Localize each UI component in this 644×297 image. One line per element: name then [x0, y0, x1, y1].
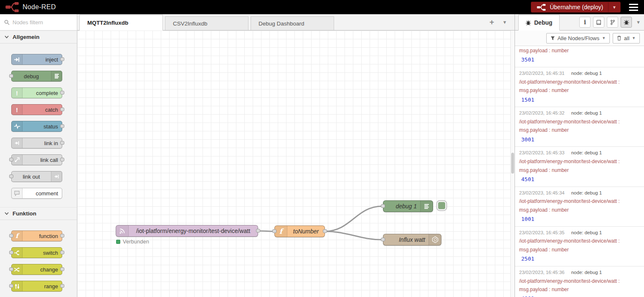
- node-port[interactable]: [60, 251, 64, 254]
- tab-label: Debug: [534, 19, 553, 26]
- palette-category-allgemein[interactable]: Allgemein: [0, 31, 77, 44]
- message-value[interactable]: 3501: [519, 56, 640, 63]
- node-port[interactable]: [60, 158, 64, 161]
- debug-filter-button[interactable]: Alle Nodes/Flows ▼: [546, 33, 610, 44]
- node-port[interactable]: [60, 267, 64, 271]
- debug-message[interactable]: 23/02/2023, 16:45:34 node: debug 1 /iot-…: [515, 187, 644, 227]
- node-port[interactable]: [9, 234, 13, 238]
- config-nodes-tab-button[interactable]: [607, 17, 618, 28]
- debug-message[interactable]: 23/02/2023, 16:45:32 node: debug 1 /iot-…: [515, 107, 644, 147]
- node-input-port[interactable]: [381, 204, 385, 208]
- message-value[interactable]: 2501: [519, 256, 640, 262]
- node-port[interactable]: [60, 57, 64, 61]
- flow-list-caret[interactable]: ▼: [502, 20, 507, 25]
- info-tab-button[interactable]: i: [579, 17, 591, 28]
- flow-node-label: Influx watt: [383, 236, 428, 243]
- message-timestamp: 23/02/2023, 16:45:31: [519, 71, 565, 77]
- debug-message-list[interactable]: msg.payload : number 3501 23/02/2023, 16…: [515, 46, 644, 297]
- message-topic: /iot-platform/energy-monitor/test-device…: [519, 238, 640, 244]
- tab-debug[interactable]: Debug: [518, 15, 560, 31]
- node-port[interactable]: [9, 251, 13, 254]
- palette-node-range[interactable]: range: [11, 281, 62, 292]
- node-port[interactable]: [60, 124, 64, 128]
- debug-message[interactable]: 23/02/2023, 16:45:36 node: debug 1 /iot-…: [515, 266, 644, 297]
- palette-node-complete[interactable]: ! complete: [11, 87, 62, 98]
- message-value[interactable]: 1001: [519, 216, 640, 223]
- node-input-port[interactable]: [272, 229, 276, 233]
- debug-list-icon: [420, 201, 433, 212]
- node-input-port[interactable]: [381, 238, 385, 241]
- flow-node-debug1[interactable]: debug 1: [383, 200, 433, 212]
- palette-node-label: catch: [23, 107, 62, 113]
- palette-node-inject[interactable]: inject: [11, 54, 62, 65]
- palette-node-switch[interactable]: switch: [11, 247, 62, 258]
- node-output-port[interactable]: [323, 229, 327, 233]
- debug-clear-button[interactable]: all ▼: [613, 33, 640, 44]
- message-timestamp: 23/02/2023, 16:45:35: [519, 230, 565, 236]
- node-port[interactable]: [9, 267, 13, 271]
- node-output-port[interactable]: [256, 229, 260, 233]
- palette-search-input[interactable]: [13, 19, 67, 26]
- node-port[interactable]: [9, 158, 13, 161]
- message-topic: /iot-platform/energy-monitor/test-device…: [519, 159, 640, 164]
- debug-message[interactable]: 23/02/2023, 16:45:35 node: debug 1 /iot-…: [515, 227, 644, 266]
- debug-message[interactable]: 23/02/2023, 16:45:31 node: debug 1 /iot-…: [515, 67, 644, 107]
- node-port[interactable]: [60, 91, 64, 95]
- flow-node-tonumber[interactable]: f toNumber: [274, 225, 325, 237]
- palette-node-link-out[interactable]: link out: [11, 171, 62, 182]
- scrollbar-thumb[interactable]: [511, 153, 514, 174]
- debug-message[interactable]: msg.payload : number 3501: [515, 46, 644, 67]
- help-tab-button[interactable]: [593, 17, 604, 28]
- palette-node-label: link out: [12, 174, 51, 180]
- node-port[interactable]: [9, 74, 13, 78]
- palette-node-debug[interactable]: debug: [11, 71, 62, 82]
- palette-node-status[interactable]: status: [11, 121, 62, 132]
- exclamation-icon: !: [12, 105, 23, 115]
- message-node: node: debug 1: [571, 190, 602, 196]
- palette-category-funktion[interactable]: Funktion: [0, 207, 77, 220]
- node-port[interactable]: [9, 284, 13, 288]
- palette-node-comment[interactable]: comment: [11, 188, 62, 199]
- deploy-button[interactable]: Übernahme (deploy) ▼: [531, 2, 621, 13]
- node-port[interactable]: [60, 108, 64, 111]
- palette-node-change[interactable]: change: [11, 264, 62, 275]
- message-value[interactable]: 3001: [519, 136, 640, 143]
- tab-debug-dashboard[interactable]: Debug Dashboard: [251, 16, 334, 30]
- message-path: msg.payload : number: [519, 87, 640, 93]
- palette-node-label: function: [23, 233, 62, 239]
- canvas-vertical-scrollbar[interactable]: [510, 31, 515, 297]
- debug-tab-button[interactable]: [621, 17, 632, 28]
- message-node: node: debug 1: [571, 150, 602, 156]
- message-value[interactable]: 1501: [519, 97, 640, 103]
- sidebar-options-caret[interactable]: ▼: [636, 20, 641, 25]
- palette-node-label: status: [23, 123, 62, 130]
- main-menu-button[interactable]: [628, 2, 639, 13]
- flow-node-label: toNumber: [287, 228, 325, 235]
- tab-mqtt2influxdb[interactable]: MQTT2Influxdb: [79, 15, 163, 31]
- palette-node-function[interactable]: f function: [11, 230, 62, 241]
- node-port[interactable]: [60, 234, 64, 238]
- tab-csv2influxdb[interactable]: CSV2Influxdb: [165, 16, 248, 30]
- message-value[interactable]: 4501: [519, 176, 640, 183]
- debug-enable-toggle[interactable]: [438, 202, 445, 209]
- message-timestamp: 23/02/2023, 16:45:34: [519, 190, 565, 196]
- message-timestamp: 23/02/2023, 16:45:32: [519, 110, 565, 116]
- palette-node-link-call[interactable]: link call: [11, 154, 62, 165]
- node-port[interactable]: [60, 284, 64, 288]
- node-red-logo-icon: [5, 2, 19, 13]
- flow-node-label: debug 1: [383, 203, 420, 210]
- node-port[interactable]: [60, 141, 64, 145]
- flow-node-mqtt-in[interactable]: /iot-platform/energy-monitor/test-device…: [116, 225, 258, 237]
- flow-canvas[interactable]: /iot-platform/energy-monitor/test-device…: [77, 31, 515, 297]
- debug-message[interactable]: 23/02/2023, 16:45:33 node: debug 1 /iot-…: [515, 147, 644, 187]
- chevron-down-icon: ▼: [602, 36, 606, 40]
- deploy-options-caret[interactable]: ▼: [608, 2, 620, 12]
- palette-node-link-in[interactable]: link in: [11, 138, 62, 148]
- message-value[interactable]: 4001: [519, 295, 640, 297]
- node-port[interactable]: [9, 174, 13, 178]
- message-path: msg.payload : number: [519, 48, 640, 54]
- palette-search[interactable]: [0, 14, 77, 31]
- flow-node-influx-watt[interactable]: Influx watt: [383, 234, 441, 246]
- palette-node-catch[interactable]: ! catch: [11, 104, 62, 115]
- add-flow-button[interactable]: +: [489, 18, 494, 27]
